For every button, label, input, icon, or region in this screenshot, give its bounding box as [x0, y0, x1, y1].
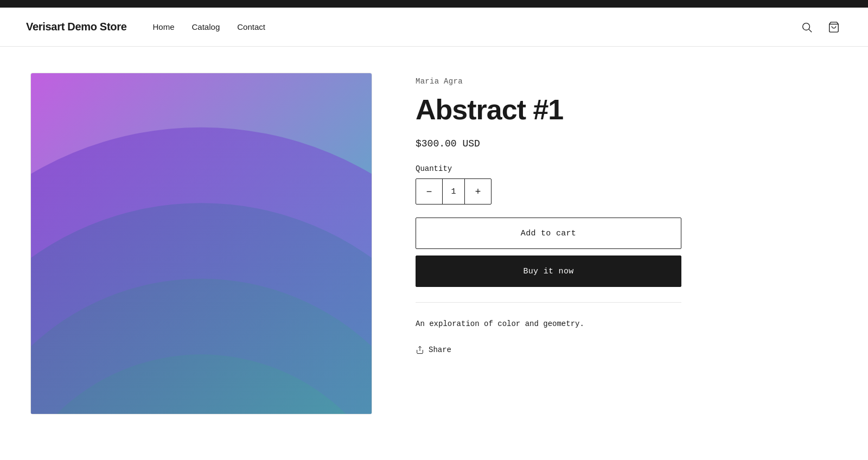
product-description: An exploration of color and geometry. [416, 318, 681, 330]
nav-item-home[interactable]: Home [153, 22, 175, 31]
announcement-bar [0, 0, 868, 8]
search-icon [801, 21, 813, 33]
header-right [799, 19, 842, 35]
nav-item-catalog[interactable]: Catalog [192, 22, 220, 31]
svg-line-1 [809, 29, 812, 32]
quantity-stepper: − 1 + [416, 178, 492, 205]
nav-item-contact[interactable]: Contact [237, 22, 265, 31]
product-details: Maria Agra Abstract #1 $300.00 USD Quant… [416, 73, 681, 414]
buy-now-button[interactable]: Buy it now [416, 255, 681, 287]
share-button[interactable]: Share [416, 346, 451, 354]
search-button[interactable] [799, 19, 815, 35]
product-title: Abstract #1 [416, 94, 681, 125]
cart-icon [828, 21, 840, 33]
artist-name: Maria Agra [416, 77, 681, 86]
cart-button[interactable] [826, 19, 842, 35]
share-label: Share [429, 346, 451, 354]
quantity-value: 1 [442, 179, 465, 204]
header: Verisart Demo Store Home Catalog Contact [0, 8, 868, 47]
product-price: $300.00 USD [416, 138, 681, 149]
product-image [31, 73, 372, 414]
divider [416, 302, 681, 303]
add-to-cart-button[interactable]: Add to cart [416, 218, 681, 249]
header-left: Verisart Demo Store Home Catalog Contact [26, 21, 265, 33]
svg-point-0 [803, 23, 810, 30]
store-title[interactable]: Verisart Demo Store [26, 21, 127, 33]
main-content: Maria Agra Abstract #1 $300.00 USD Quant… [0, 47, 760, 440]
main-nav: Home Catalog Contact [153, 22, 265, 31]
quantity-decrease-button[interactable]: − [416, 179, 442, 204]
quantity-increase-button[interactable]: + [465, 179, 491, 204]
quantity-label: Quantity [416, 164, 681, 173]
product-image-container [30, 73, 372, 414]
share-icon [416, 346, 424, 354]
